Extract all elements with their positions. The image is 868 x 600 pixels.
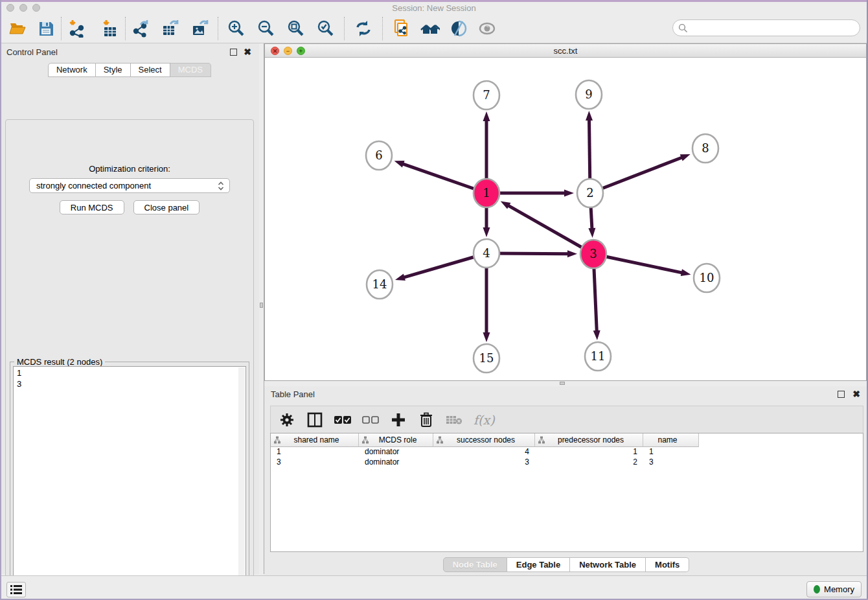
window-title: Session: New Session: [0, 3, 868, 13]
export-network-icon[interactable]: [131, 19, 150, 38]
import-table-icon[interactable]: [100, 19, 120, 38]
export-table-icon[interactable]: [161, 19, 180, 38]
graph-node-7[interactable]: 7: [474, 81, 499, 110]
vertical-splitter[interactable]: [259, 43, 264, 574]
memory-status-icon: [814, 585, 820, 594]
column-header-label: MCDS role: [369, 435, 433, 444]
search-input[interactable]: [691, 21, 860, 35]
show-column-icon[interactable]: [306, 411, 323, 428]
export-image-icon[interactable]: [190, 19, 210, 38]
memory-button[interactable]: Memory: [806, 581, 862, 597]
table-cell[interactable]: 1: [535, 447, 643, 457]
edge-3-1[interactable]: [508, 205, 593, 254]
close-panel-icon[interactable]: ✖: [244, 47, 251, 57]
refresh-icon[interactable]: [354, 19, 373, 38]
table-row[interactable]: 1dominator411: [271, 447, 863, 457]
edge-2-8[interactable]: [590, 157, 683, 193]
network-window-titlebar[interactable]: ✕ − + scc.txt: [265, 44, 866, 58]
tab-mcds[interactable]: MCDS: [170, 63, 211, 77]
graph-node-15[interactable]: 15: [474, 344, 499, 373]
close-panel-button[interactable]: Close panel: [133, 200, 200, 214]
column-header-label: shared name: [281, 435, 358, 444]
show-log-console-button[interactable]: [6, 582, 26, 597]
control-panel-tabs: NetworkStyleSelectMCDS: [0, 63, 259, 77]
graph-node-8[interactable]: 8: [692, 134, 718, 163]
hide-panel-icon[interactable]: [477, 19, 497, 38]
table-cell[interactable]: 1: [643, 447, 699, 457]
result-scrollbar[interactable]: [238, 367, 245, 600]
tab-network-table[interactable]: Network Table: [570, 557, 646, 572]
tab-edge-table[interactable]: Edge Table: [507, 557, 570, 572]
table-cell[interactable]: 4: [433, 447, 535, 457]
graph-node-2[interactable]: 2: [577, 179, 603, 207]
add-icon[interactable]: [390, 411, 407, 428]
tab-motifs[interactable]: Motifs: [646, 557, 689, 572]
table-cell[interactable]: 3: [271, 457, 359, 468]
deselect-all-icon[interactable]: [362, 411, 379, 428]
graph-node-6[interactable]: 6: [366, 141, 392, 170]
zoom-out-icon[interactable]: [256, 19, 275, 38]
graph-node-10[interactable]: 10: [694, 264, 720, 292]
float-panel-icon[interactable]: [230, 49, 237, 56]
graph-node-9[interactable]: 9: [576, 80, 602, 109]
graph-node-3[interactable]: 3: [580, 240, 606, 268]
open-session-icon[interactable]: [8, 19, 27, 38]
memory-label: Memory: [824, 584, 854, 594]
vertical-splitter-handle[interactable]: [260, 303, 263, 308]
save-session-icon[interactable]: [36, 19, 56, 38]
column-tree-icon: [538, 436, 545, 444]
node-label: 14: [372, 277, 387, 291]
table-cell[interactable]: 3: [643, 457, 699, 468]
import-network-icon[interactable]: [67, 19, 86, 38]
graph-node-4[interactable]: 4: [474, 239, 499, 268]
table-row[interactable]: 3dominator323: [271, 457, 863, 468]
select-all-icon[interactable]: [334, 411, 351, 428]
tab-network[interactable]: Network: [48, 63, 96, 77]
criterion-value: strongly connected component: [36, 181, 151, 190]
network-canvas[interactable]: 7968124314101511: [265, 58, 866, 380]
edge-arrowhead: [394, 161, 405, 167]
mcds-result-list[interactable]: 13: [13, 366, 246, 600]
column-header-predecessor-nodes[interactable]: predecessor nodes: [535, 433, 643, 447]
table-cell[interactable]: 1: [271, 447, 359, 457]
table-cell[interactable]: 2: [535, 457, 643, 468]
zoom-fit-icon[interactable]: [286, 19, 305, 38]
column-header-successor-nodes[interactable]: successor nodes: [433, 433, 535, 447]
node-label: 3: [589, 247, 597, 260]
tab-style[interactable]: Style: [96, 63, 131, 77]
tab-node-table[interactable]: Node Table: [443, 557, 507, 572]
table-panel: Table Panel ✖: [264, 386, 868, 575]
application-window: Session: New Session: [0, 0, 868, 600]
control-panel: Control Panel ✖ NetworkStyleSelectMCDS O…: [0, 43, 259, 574]
criterion-select[interactable]: strongly connected component: [29, 178, 230, 193]
run-mcds-button[interactable]: Run MCDS: [60, 200, 124, 214]
table-toolbar: f(x): [270, 406, 863, 433]
edge-arrowhead: [483, 111, 490, 121]
graph-node-14[interactable]: 14: [367, 270, 393, 299]
horizontal-splitter[interactable]: [264, 381, 868, 386]
table-float-panel-icon[interactable]: [838, 391, 845, 398]
column-header-shared-name[interactable]: shared name: [271, 433, 359, 447]
table-cell[interactable]: 3: [433, 457, 535, 468]
vizmapper-icon[interactable]: [449, 19, 468, 38]
graph-node-11[interactable]: 11: [585, 342, 611, 371]
show-all-networks-icon[interactable]: [420, 19, 440, 38]
new-network-from-selection-icon[interactable]: [392, 19, 411, 38]
table-cell[interactable]: dominator: [359, 457, 433, 468]
edge-arrowhead: [593, 330, 600, 340]
tab-select[interactable]: Select: [131, 63, 170, 77]
window-border-left: [0, 0, 1, 600]
delete-table-icon: [446, 411, 463, 428]
table-close-panel-icon[interactable]: ✖: [852, 389, 860, 399]
network-graph[interactable]: 7968124314101511: [265, 58, 866, 380]
table-cell[interactable]: dominator: [359, 447, 433, 457]
column-header-MCDS-role[interactable]: MCDS role: [359, 433, 433, 447]
horizontal-splitter-handle[interactable]: [560, 382, 565, 385]
graph-node-1[interactable]: 1: [474, 179, 499, 207]
settings-gear-icon[interactable]: [279, 411, 295, 428]
column-header-name[interactable]: name: [643, 433, 699, 447]
zoom-selected-icon[interactable]: [315, 19, 335, 38]
delete-icon[interactable]: [418, 411, 435, 428]
zoom-in-icon[interactable]: [226, 19, 246, 38]
node-table: shared nameMCDS rolesuccessor nodesprede…: [270, 433, 863, 552]
